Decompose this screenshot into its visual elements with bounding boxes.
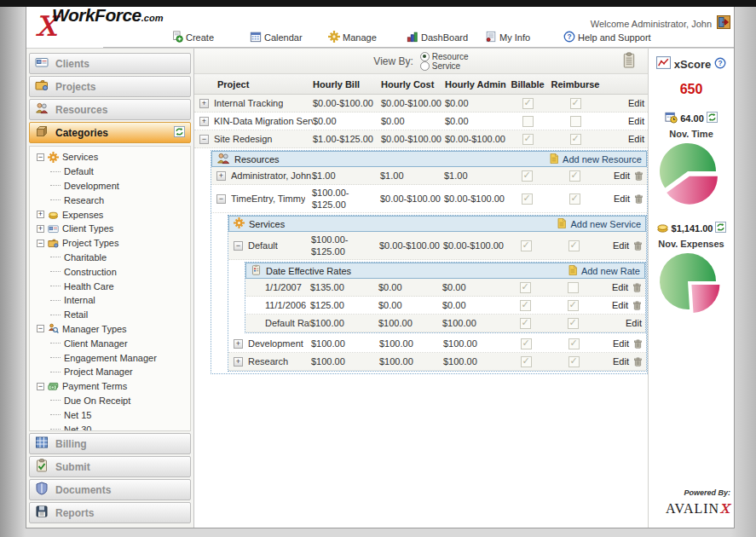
tree-node-client-types[interactable]: +Client Types: [35, 222, 190, 236]
row-expander-icon[interactable]: +: [234, 339, 243, 349]
row-expander-icon[interactable]: +: [216, 171, 226, 181]
radio-icon[interactable]: [420, 52, 430, 61]
edit-link[interactable]: Edit: [628, 134, 644, 144]
row-expander-icon[interactable]: +: [199, 117, 209, 126]
tree-node-project-types[interactable]: −Project Types: [35, 236, 190, 251]
checkbox[interactable]: [568, 300, 579, 311]
tree-node-development[interactable]: Development: [35, 179, 190, 193]
tree-node-construction[interactable]: Construction: [35, 264, 190, 279]
edit-link[interactable]: Edit: [613, 240, 629, 251]
tree-node-services[interactable]: −Services: [35, 150, 190, 165]
checkbox[interactable]: [570, 98, 581, 109]
checkbox[interactable]: [522, 98, 534, 109]
edit-link[interactable]: Edit: [612, 300, 628, 310]
sidebar-item-projects[interactable]: Projects: [29, 76, 191, 97]
checkbox[interactable]: [522, 170, 533, 182]
refresh-icon[interactable]: [715, 222, 726, 234]
sidebar-item-reports[interactable]: Reports: [29, 502, 191, 523]
checkbox[interactable]: [569, 170, 580, 182]
edit-link[interactable]: Edit: [613, 338, 629, 349]
edit-link[interactable]: Edit: [628, 98, 644, 108]
nav-item-my-info[interactable]: My Info: [485, 29, 563, 46]
xscore-help-icon[interactable]: ?: [714, 57, 726, 72]
checkbox[interactable]: [522, 193, 533, 205]
checkbox[interactable]: [568, 240, 580, 251]
logout-icon[interactable]: [717, 15, 730, 32]
checkbox[interactable]: [520, 318, 531, 329]
tree-node-engagement-manager[interactable]: Engagement Manager: [35, 350, 190, 365]
checkbox[interactable]: [569, 193, 580, 205]
add-new-link[interactable]: Add new Resource: [549, 153, 642, 165]
sidebar-item-resources[interactable]: Resources: [29, 99, 191, 120]
tree-node-due-on-receipt[interactable]: Due On Receipt: [35, 394, 190, 408]
tree-node-default[interactable]: Default: [35, 165, 190, 179]
trash-icon[interactable]: [633, 357, 643, 367]
checkbox[interactable]: [568, 282, 579, 293]
trash-icon[interactable]: [634, 194, 643, 204]
tree-expander-icon[interactable]: −: [37, 325, 44, 332]
view-by-option-service[interactable]: Service: [420, 61, 469, 71]
row-expander-icon[interactable]: −: [234, 241, 243, 251]
checkbox[interactable]: [521, 240, 532, 251]
tree-node-client-manager[interactable]: Client Manager: [35, 336, 190, 350]
add-new-link[interactable]: Add new Rate: [568, 265, 640, 277]
add-new-link[interactable]: Add new Service: [557, 218, 641, 230]
sidebar-item-categories[interactable]: Categories: [29, 122, 191, 143]
view-by-option-resource[interactable]: Resource: [420, 52, 469, 61]
row-expander-icon[interactable]: +: [199, 99, 209, 108]
report-clipboard-icon[interactable]: [622, 52, 636, 72]
edit-link[interactable]: Edit: [614, 193, 630, 204]
edit-link[interactable]: Edit: [614, 170, 630, 181]
trash-icon[interactable]: [633, 339, 643, 349]
tree-node-net-30[interactable]: Net 30: [35, 422, 190, 431]
edit-link[interactable]: Edit: [613, 356, 629, 367]
sidebar-item-submit[interactable]: Submit: [29, 456, 191, 477]
checkbox[interactable]: [568, 356, 580, 367]
checkbox[interactable]: [522, 116, 534, 127]
checkbox[interactable]: [568, 338, 580, 349]
tree-expander-icon[interactable]: +: [37, 211, 44, 218]
row-expander-icon[interactable]: +: [234, 357, 243, 367]
trash-icon[interactable]: [632, 301, 642, 310]
tree-expander-icon[interactable]: −: [37, 383, 44, 390]
tree-node-project-manager[interactable]: Project Manager: [35, 365, 190, 379]
sidebar-item-documents[interactable]: Documents: [29, 479, 191, 500]
tree-node-health-care[interactable]: Health Care: [35, 279, 190, 293]
edit-link[interactable]: Edit: [612, 282, 628, 292]
refresh-icon[interactable]: [707, 112, 718, 124]
checkbox[interactable]: [522, 134, 534, 145]
nav-item-create[interactable]: Create: [171, 29, 250, 46]
tree-expander-icon[interactable]: +: [37, 225, 44, 233]
nav-item-manage[interactable]: Manage: [328, 29, 407, 46]
checkbox[interactable]: [520, 282, 531, 293]
tree-expander-icon[interactable]: −: [37, 240, 44, 247]
refresh-icon[interactable]: [174, 125, 185, 141]
radio-icon[interactable]: [420, 61, 430, 71]
edit-link[interactable]: Edit: [626, 318, 642, 328]
sidebar-item-billing[interactable]: Billing: [29, 433, 191, 454]
tree-node-payment-terms[interactable]: −Payment Terms: [35, 379, 190, 394]
tree-node-charitable[interactable]: Charitable: [35, 251, 190, 265]
sidebar-item-clients[interactable]: Clients: [29, 53, 191, 74]
tree-node-manager-types[interactable]: −Manager Types: [35, 322, 190, 337]
checkbox[interactable]: [570, 116, 581, 127]
trash-icon[interactable]: [634, 171, 643, 181]
tree-node-research[interactable]: Research: [35, 193, 190, 207]
nav-item-help-and-support[interactable]: ?Help and Support: [563, 29, 666, 46]
checkbox[interactable]: [570, 134, 581, 145]
checkbox[interactable]: [520, 300, 531, 311]
tree-node-net-15[interactable]: Net 15: [35, 407, 190, 422]
tree-node-internal[interactable]: Internal: [35, 293, 190, 308]
checkbox[interactable]: [521, 338, 532, 349]
edit-link[interactable]: Edit: [628, 116, 644, 126]
checkbox[interactable]: [568, 318, 579, 329]
row-expander-icon[interactable]: −: [199, 135, 209, 144]
row-expander-icon[interactable]: −: [216, 194, 226, 204]
nav-item-dashboard[interactable]: DashBoard: [407, 29, 485, 46]
tree-expander-icon[interactable]: −: [37, 153, 44, 161]
checkbox[interactable]: [521, 356, 532, 367]
trash-icon[interactable]: [633, 241, 643, 251]
tree-node-retail[interactable]: Retail: [35, 308, 190, 322]
trash-icon[interactable]: [632, 283, 642, 292]
tree-node-expenses[interactable]: +Expenses: [35, 207, 190, 222]
